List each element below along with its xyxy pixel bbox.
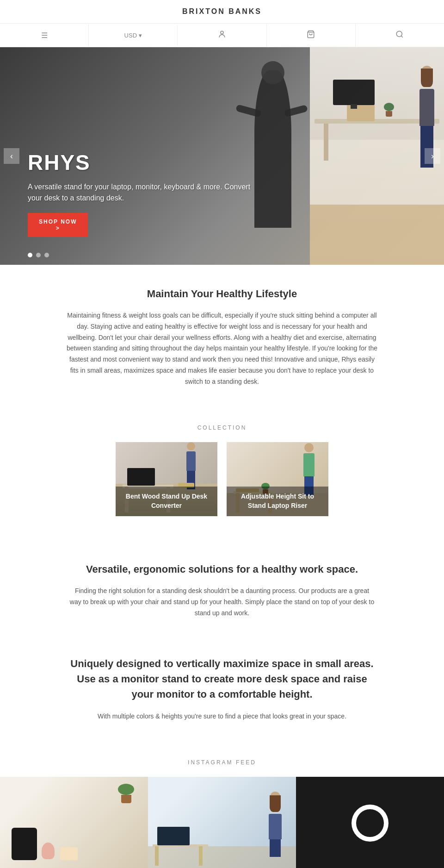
- versatile-body: Finding the right solution for a standin…: [69, 586, 375, 618]
- nav-account[interactable]: [178, 24, 266, 47]
- currency-arrow: ▾: [139, 32, 142, 39]
- hero-subtitle: A versatile stand for your laptop, monit…: [28, 181, 259, 204]
- uniquely-body: With multiple colors & heights you're su…: [69, 711, 375, 722]
- hero-right-scene: [310, 47, 444, 265]
- nav-menu[interactable]: ☰: [0, 25, 89, 46]
- instagram-label: INSTAGRAM FEED: [0, 759, 444, 766]
- slider-dots: [28, 253, 49, 257]
- instagram-post-2[interactable]: [148, 777, 296, 868]
- collection-item-2[interactable]: Adjustable Height Sit to Stand Laptop Ri…: [227, 442, 328, 516]
- slider-dot-3[interactable]: [44, 253, 49, 257]
- collection-item-1[interactable]: Bent Wood Stand Up Desk Converter: [116, 442, 217, 516]
- nav-cart[interactable]: [267, 24, 356, 47]
- collection-label: COLLECTION: [65, 425, 379, 431]
- vinyl-record: [352, 805, 388, 842]
- chevron-left-icon: ‹: [10, 151, 13, 161]
- collection-item-title-1: Bent Wood Stand Up Desk Converter: [120, 492, 213, 510]
- versatile-title: Versatile, ergonomic solutions for a hea…: [69, 562, 375, 577]
- vinyl-center: [356, 809, 384, 837]
- site-header: BRIXTON BANKS: [0, 0, 444, 24]
- chevron-right-icon: ›: [431, 151, 434, 161]
- svg-point-2: [397, 31, 402, 37]
- nav-search[interactable]: [356, 24, 444, 47]
- currency-value: USD: [124, 32, 137, 39]
- slider-dot-1[interactable]: [28, 253, 32, 257]
- hero-content: RHYS A versatile stand for your laptop, …: [28, 150, 259, 237]
- hero-cta-button[interactable]: SHOP NOW >: [28, 213, 88, 237]
- instagram-grid: [0, 777, 444, 868]
- hero-cta-arrow: >: [56, 225, 60, 231]
- collection-overlay-1: Bent Wood Stand Up Desk Converter: [116, 487, 217, 516]
- user-icon: [218, 30, 226, 40]
- search-icon: [395, 30, 404, 40]
- svg-line-3: [401, 36, 403, 37]
- uniquely-section: Uniquely designed to vertically maximize…: [0, 647, 444, 741]
- svg-point-0: [221, 31, 223, 34]
- hero-title: RHYS: [28, 150, 259, 175]
- healthy-title: Maintain Your Healthy Lifestyle: [65, 288, 379, 300]
- slider-dot-2[interactable]: [36, 253, 41, 257]
- instagram-post-3[interactable]: [296, 777, 444, 868]
- menu-icon: ☰: [41, 31, 48, 40]
- hero-slider: RHYS A versatile stand for your laptop, …: [0, 47, 444, 265]
- collection-grid: Bent Wood Stand Up Desk Converter: [65, 442, 379, 516]
- currency-selector[interactable]: USD ▾: [124, 32, 142, 39]
- uniquely-title: Uniquely designed to vertically maximize…: [69, 656, 375, 702]
- collection-section: COLLECTION: [0, 411, 444, 539]
- healthy-body: Maintaining fitness & weight loss goals …: [65, 310, 379, 387]
- hero-cta-label: SHOP NOW: [39, 219, 77, 225]
- nav-currency[interactable]: USD ▾: [89, 25, 178, 45]
- cart-icon: [307, 30, 315, 40]
- slider-next-button[interactable]: ›: [425, 148, 440, 164]
- navbar: ☰ USD ▾: [0, 24, 444, 47]
- instagram-post-1[interactable]: [0, 777, 148, 868]
- collection-overlay-2: Adjustable Height Sit to Stand Laptop Ri…: [227, 487, 328, 516]
- versatile-section: Versatile, ergonomic solutions for a hea…: [0, 539, 444, 647]
- brand-logo[interactable]: BRIXTON BANKS: [182, 7, 262, 16]
- slider-prev-button[interactable]: ‹: [4, 148, 19, 164]
- collection-item-title-2: Adjustable Height Sit to Stand Laptop Ri…: [231, 492, 324, 510]
- instagram-section: INSTAGRAM FEED: [0, 741, 444, 868]
- healthy-section: Maintain Your Healthy Lifestyle Maintain…: [0, 265, 444, 411]
